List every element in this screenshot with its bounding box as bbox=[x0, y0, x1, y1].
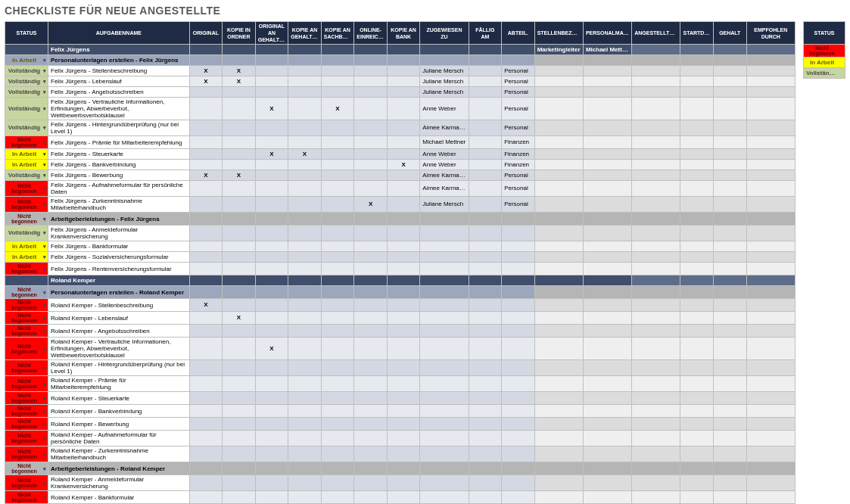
dropdown-icon[interactable]: ▾ bbox=[43, 89, 46, 96]
cell[interactable] bbox=[680, 45, 714, 55]
cell[interactable] bbox=[288, 55, 322, 66]
cell[interactable] bbox=[354, 286, 388, 299]
cell[interactable]: Juliane Mersch bbox=[420, 76, 469, 87]
cell[interactable] bbox=[321, 263, 354, 275]
cell[interactable] bbox=[387, 431, 420, 446]
cell[interactable] bbox=[680, 120, 714, 136]
cell[interactable] bbox=[583, 98, 631, 120]
cell[interactable] bbox=[354, 312, 388, 325]
cell[interactable] bbox=[680, 360, 714, 376]
cell[interactable] bbox=[583, 491, 631, 504]
cell[interactable]: X bbox=[321, 98, 354, 120]
cell[interactable] bbox=[680, 299, 714, 312]
cell[interactable] bbox=[502, 213, 535, 226]
status-cell[interactable]: Nicht begonnen▾ bbox=[5, 263, 48, 275]
task-cell[interactable]: Felix Jürgens - Sozialversicherungsformu… bbox=[48, 252, 190, 263]
cell[interactable] bbox=[534, 170, 583, 181]
task-cell[interactable]: Roland Kemper - Zurkenntnisnahme Mitarbe… bbox=[48, 446, 190, 462]
cell[interactable] bbox=[255, 312, 288, 325]
cell[interactable] bbox=[223, 286, 256, 299]
cell[interactable] bbox=[255, 226, 288, 241]
task-cell[interactable]: Felix Jürgens bbox=[48, 45, 190, 55]
status-cell[interactable] bbox=[5, 45, 48, 55]
cell[interactable] bbox=[420, 376, 469, 392]
cell[interactable] bbox=[189, 360, 223, 376]
cell[interactable]: Personal bbox=[502, 87, 535, 98]
cell[interactable] bbox=[255, 197, 288, 213]
cell[interactable] bbox=[534, 405, 583, 418]
status-cell[interactable]: Nicht begonnen▾ bbox=[5, 338, 48, 360]
task-cell[interactable]: Arbeitgeberleistungen - Roland Kemper bbox=[48, 462, 190, 475]
cell[interactable] bbox=[469, 462, 502, 475]
cell[interactable] bbox=[321, 299, 354, 312]
cell[interactable] bbox=[469, 226, 502, 241]
cell[interactable] bbox=[746, 431, 795, 446]
cell[interactable] bbox=[714, 491, 747, 504]
cell[interactable] bbox=[255, 181, 288, 197]
cell[interactable] bbox=[680, 98, 714, 120]
cell[interactable] bbox=[680, 446, 714, 462]
status-cell[interactable]: Nicht begonnen▾ bbox=[5, 418, 48, 431]
cell[interactable] bbox=[420, 475, 469, 491]
cell[interactable] bbox=[223, 275, 256, 286]
cell[interactable] bbox=[680, 136, 714, 149]
cell[interactable] bbox=[583, 226, 631, 241]
cell[interactable] bbox=[354, 462, 388, 475]
status-cell[interactable]: Nicht begonnen▾ bbox=[5, 286, 48, 299]
cell[interactable] bbox=[469, 263, 502, 275]
cell[interactable]: Michael Mettner bbox=[583, 45, 631, 55]
cell[interactable] bbox=[534, 338, 583, 360]
cell[interactable] bbox=[321, 475, 354, 491]
dropdown-icon[interactable]: ▾ bbox=[43, 466, 46, 471]
cell[interactable] bbox=[354, 252, 388, 263]
cell[interactable] bbox=[469, 197, 502, 213]
cell[interactable] bbox=[223, 120, 256, 136]
cell[interactable] bbox=[680, 263, 714, 275]
cell[interactable] bbox=[189, 197, 223, 213]
status-cell[interactable]: Vollständig▾ bbox=[5, 170, 48, 181]
cell[interactable] bbox=[714, 252, 747, 263]
cell[interactable] bbox=[223, 55, 256, 66]
cell[interactable] bbox=[387, 76, 420, 87]
cell[interactable] bbox=[502, 475, 535, 491]
cell[interactable] bbox=[387, 418, 420, 431]
cell[interactable]: X bbox=[189, 76, 223, 87]
cell[interactable] bbox=[534, 197, 583, 213]
cell[interactable] bbox=[223, 213, 256, 226]
cell[interactable] bbox=[469, 181, 502, 197]
cell[interactable]: Personal bbox=[502, 181, 535, 197]
cell[interactable] bbox=[469, 392, 502, 405]
cell[interactable] bbox=[387, 299, 420, 312]
task-cell[interactable]: Felix Jürgens - Bankformular bbox=[48, 241, 190, 252]
cell[interactable] bbox=[502, 241, 535, 252]
task-cell[interactable]: Felix Jürgens - Anmeldeformular Krankenv… bbox=[48, 226, 190, 241]
cell[interactable] bbox=[223, 431, 256, 446]
cell[interactable] bbox=[420, 55, 469, 66]
cell[interactable] bbox=[502, 45, 535, 55]
cell[interactable] bbox=[502, 299, 535, 312]
cell[interactable] bbox=[632, 275, 680, 286]
cell[interactable] bbox=[583, 275, 631, 286]
cell[interactable] bbox=[632, 376, 680, 392]
cell[interactable] bbox=[189, 431, 223, 446]
cell[interactable] bbox=[583, 55, 631, 66]
cell[interactable] bbox=[354, 338, 388, 360]
cell[interactable] bbox=[534, 213, 583, 226]
cell[interactable] bbox=[288, 475, 322, 491]
cell[interactable] bbox=[255, 120, 288, 136]
cell[interactable] bbox=[632, 149, 680, 160]
task-cell[interactable]: Roland Kemper - Bankformular bbox=[48, 491, 190, 504]
cell[interactable] bbox=[680, 418, 714, 431]
cell[interactable] bbox=[632, 241, 680, 252]
status-cell[interactable]: Nicht begonnen▾ bbox=[5, 475, 48, 491]
dropdown-icon[interactable]: ▾ bbox=[43, 202, 46, 207]
cell[interactable] bbox=[387, 181, 420, 197]
cell[interactable]: Anne Weber bbox=[420, 98, 469, 120]
cell[interactable] bbox=[387, 312, 420, 325]
cell[interactable] bbox=[469, 360, 502, 376]
cell[interactable] bbox=[288, 325, 322, 338]
cell[interactable]: Finanzen bbox=[502, 160, 535, 170]
cell[interactable] bbox=[354, 120, 388, 136]
cell[interactable] bbox=[746, 252, 795, 263]
cell[interactable] bbox=[534, 98, 583, 120]
